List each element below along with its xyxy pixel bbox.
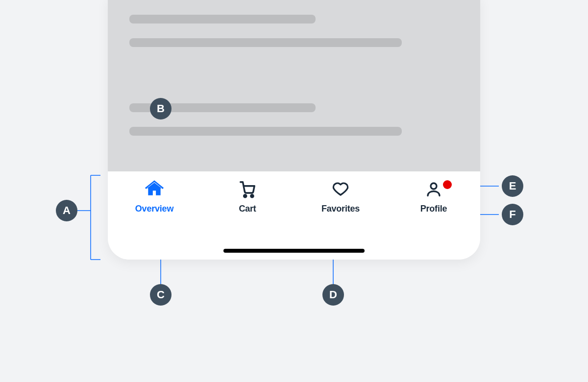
notification-badge: [443, 180, 452, 189]
tab-label: Overview: [135, 204, 173, 214]
skeleton-line: [129, 38, 402, 47]
callout-b: B: [150, 98, 172, 119]
svg-point-2: [431, 183, 437, 189]
callout-a: A: [56, 200, 77, 221]
content-placeholder-area: [108, 0, 480, 171]
callout-f: F: [502, 204, 523, 225]
tab-favorites[interactable]: Favorites: [294, 179, 387, 214]
svg-point-1: [251, 195, 253, 197]
tab-profile[interactable]: Profile: [387, 179, 480, 214]
home-icon: [145, 179, 164, 199]
svg-point-0: [244, 195, 246, 197]
callout-d: D: [322, 284, 344, 306]
tab-label: Profile: [420, 204, 447, 214]
tab-cart[interactable]: Cart: [201, 179, 294, 214]
skeleton-line: [129, 127, 402, 136]
callout-label: A: [63, 204, 71, 217]
tab-overview[interactable]: Overview: [108, 179, 201, 214]
device-frame: Overview Cart Favorite: [108, 0, 480, 260]
tab-label: Cart: [239, 204, 256, 214]
callout-label: E: [509, 180, 516, 192]
callout-label: D: [329, 288, 337, 301]
tab-bar: Overview Cart Favorite: [108, 171, 480, 260]
tab-label: Favorites: [321, 204, 360, 214]
callout-e: E: [502, 175, 523, 197]
cart-icon: [238, 179, 257, 199]
person-icon: [424, 179, 443, 199]
skeleton-line: [129, 15, 316, 24]
callout-c: C: [150, 284, 172, 306]
callout-label: B: [157, 102, 165, 115]
home-indicator: [223, 249, 365, 253]
heart-icon: [331, 179, 350, 199]
callout-label: F: [509, 208, 515, 221]
callout-label: C: [157, 288, 165, 301]
